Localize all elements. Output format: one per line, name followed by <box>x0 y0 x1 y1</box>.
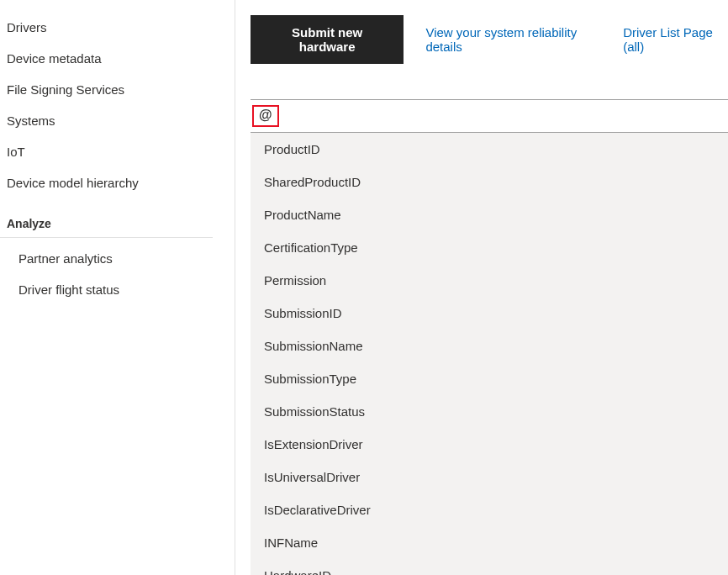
dropdown-item-hardwareid[interactable]: HardwareID <box>251 559 728 575</box>
dropdown-item-certificationtype[interactable]: CertificationType <box>251 231 728 264</box>
dropdown-item-isextensiondriver[interactable]: IsExtensionDriver <box>251 428 728 461</box>
dropdown-item-submissiontype[interactable]: SubmissionType <box>251 362 728 395</box>
search-highlight-char: @ <box>252 105 279 127</box>
sidebar-item-drivers[interactable]: Drivers <box>0 12 235 43</box>
dropdown-item-submissionid[interactable]: SubmissionID <box>251 297 728 330</box>
main-content: Submit new hardware View your system rel… <box>235 0 728 575</box>
submit-new-hardware-button[interactable]: Submit new hardware <box>251 15 404 64</box>
sidebar-item-iot[interactable]: IoT <box>0 136 235 167</box>
sidebar-item-file-signing[interactable]: File Signing Services <box>0 74 235 105</box>
dropdown-item-submissionname[interactable]: SubmissionName <box>251 330 728 362</box>
dropdown-item-infname[interactable]: INFName <box>251 526 728 559</box>
sidebar-item-device-metadata[interactable]: Device metadata <box>0 43 235 74</box>
dropdown-item-permission[interactable]: Permission <box>251 264 728 297</box>
filter-dropdown-list: ProductID SharedProductID ProductName Ce… <box>251 133 728 575</box>
sidebar-item-device-model-hierarchy[interactable]: Device model hierarchy <box>0 167 235 198</box>
view-reliability-link[interactable]: View your system reliability details <box>425 25 601 54</box>
dropdown-item-productname[interactable]: ProductName <box>251 198 728 231</box>
sidebar: Drivers Device metadata File Signing Ser… <box>0 0 235 575</box>
dropdown-item-isuniversaldriver[interactable]: IsUniversalDriver <box>251 461 728 493</box>
dropdown-item-productid[interactable]: ProductID <box>251 133 728 166</box>
sidebar-subitem-partner-analytics[interactable]: Partner analytics <box>0 243 235 274</box>
search-row[interactable]: @ <box>251 99 728 133</box>
driver-list-page-link[interactable]: Driver List Page (all) <box>623 25 728 54</box>
dropdown-item-sharedproductid[interactable]: SharedProductID <box>251 166 728 198</box>
dropdown-item-isdeclarativedriver[interactable]: IsDeclarativeDriver <box>251 493 728 526</box>
sidebar-section-analyze: Analyze <box>0 198 213 238</box>
action-bar: Submit new hardware View your system rel… <box>251 15 728 64</box>
dropdown-item-submissionstatus[interactable]: SubmissionStatus <box>251 395 728 428</box>
sidebar-item-systems[interactable]: Systems <box>0 105 235 136</box>
sidebar-subitem-driver-flight-status[interactable]: Driver flight status <box>0 274 235 305</box>
